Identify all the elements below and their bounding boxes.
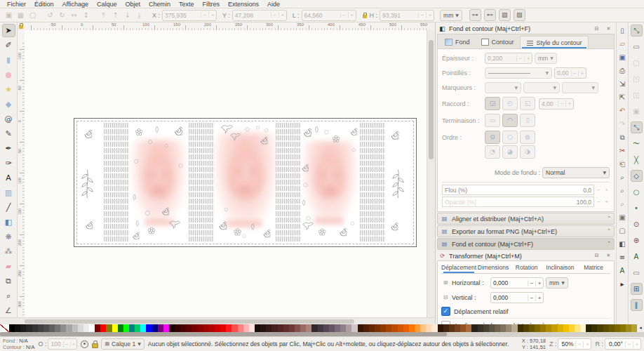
tool-star[interactable]: ★	[2, 83, 15, 96]
zoom-input[interactable]: 50%−+	[558, 338, 591, 350]
layer-dropdown[interactable]: ▤Calque 1▼	[101, 338, 144, 350]
color-swatch[interactable]	[489, 324, 495, 332]
color-swatch[interactable]	[192, 324, 198, 332]
transform-tab[interactable]: Matrice	[577, 261, 610, 273]
color-swatch[interactable]	[591, 324, 597, 332]
color-swatch[interactable]	[220, 324, 226, 332]
color-swatch[interactable]	[443, 324, 449, 332]
tool-spray[interactable]: ⁂	[2, 245, 15, 258]
scrollbar-thumb[interactable]	[429, 40, 434, 159]
join-miter-icon[interactable]: ◲	[485, 97, 500, 110]
vertical-input[interactable]: 0,000−+	[490, 292, 544, 303]
snap-page-border-icon[interactable]: ▭	[631, 267, 643, 279]
color-swatch[interactable]	[135, 324, 140, 332]
snap-nodes-icon[interactable]: ⤡	[631, 121, 643, 133]
x-input[interactable]: 375,935−+	[162, 10, 217, 21]
dock-close-icon[interactable]: ✕	[604, 251, 613, 260]
color-swatch[interactable]	[226, 324, 232, 332]
color-swatch[interactable]	[203, 324, 209, 332]
paint-order-fsm-icon[interactable]: ⊙	[485, 131, 500, 144]
save-icon[interactable]: ▣	[617, 51, 628, 64]
paint-order-fms-icon[interactable]: ◍	[520, 131, 535, 144]
color-swatch[interactable]	[311, 324, 317, 332]
color-swatch[interactable]	[597, 324, 603, 332]
decrement-button[interactable]: −	[596, 187, 602, 193]
color-swatch[interactable]	[266, 324, 271, 332]
color-swatch[interactable]	[26, 324, 32, 332]
snap-text-baseline-icon[interactable]: A	[631, 251, 643, 263]
tool-ellipse[interactable]: ●	[2, 68, 15, 81]
tab-style-du-contour[interactable]: Style du contour	[520, 36, 589, 48]
color-swatch[interactable]	[38, 324, 43, 332]
color-swatch[interactable]	[500, 324, 506, 332]
rotate-ccw-icon[interactable]: ↺	[46, 11, 55, 20]
menu-item[interactable]: Chemin	[145, 1, 175, 8]
select-all-layers-icon[interactable]: ▦	[16, 11, 25, 20]
dock-header[interactable]: ▤ Aligner et distribuer (Maj+Ctrl+A) ⌃	[437, 213, 615, 225]
color-swatch[interactable]	[295, 324, 300, 332]
color-swatch[interactable]	[546, 324, 551, 332]
tool-select[interactable]: ➤	[2, 24, 15, 37]
color-swatch[interactable]	[529, 324, 535, 332]
tool-3dbox[interactable]: ◆	[2, 98, 15, 111]
align-dialog-icon[interactable]: ≡	[617, 251, 628, 264]
marker-start-dropdown[interactable]: ▼	[485, 82, 521, 93]
scale-gradient-toggle-icon[interactable]: ▧	[499, 9, 511, 21]
color-swatch[interactable]	[329, 324, 335, 332]
opacity-slider[interactable]: Opacité (%)100,0	[442, 197, 594, 207]
dock-header[interactable]: ▤ Exporter au format PNG (Maj+Ctrl+E) ⌃	[437, 225, 615, 237]
snap-grid-icon[interactable]: ⊞	[631, 283, 643, 295]
color-swatch[interactable]	[152, 324, 158, 332]
decrement-button[interactable]: −	[340, 12, 348, 18]
decrement-button[interactable]: −	[418, 12, 426, 18]
color-swatch[interactable]	[9, 324, 15, 332]
color-swatch[interactable]	[283, 324, 289, 332]
height-input[interactable]: 93,391−+	[380, 10, 434, 21]
color-swatch[interactable]	[215, 324, 220, 332]
snap-bbox-icon[interactable]: ▭	[631, 41, 643, 53]
decrement-button[interactable]: −	[271, 12, 279, 18]
menu-item[interactable]: Édition	[30, 1, 58, 8]
raise-to-top-icon[interactable]: ⤒	[99, 11, 108, 20]
tool-node[interactable]: ✐	[2, 39, 15, 52]
snap-object-center-icon[interactable]: ⊙	[631, 218, 643, 230]
relative-move-option[interactable]: Déplacement relatif	[441, 307, 610, 316]
tool-dropper[interactable]: ╱	[2, 201, 15, 214]
scrollbar-thumb[interactable]	[25, 319, 354, 324]
color-swatch[interactable]	[460, 324, 466, 332]
transform-unit-dropdown[interactable]: mm▼	[546, 277, 568, 289]
dash-pattern-dropdown[interactable]: ▼	[485, 67, 552, 79]
palette-scroll-arrow-icon[interactable]: ◂	[637, 324, 644, 332]
export-png-icon[interactable]: ⇱	[617, 91, 628, 104]
opacity-input[interactable]: 100−+	[48, 338, 77, 350]
color-swatch[interactable]	[123, 324, 129, 332]
color-swatch[interactable]	[415, 324, 420, 332]
color-swatch[interactable]	[66, 324, 72, 332]
color-swatch[interactable]	[575, 324, 580, 332]
increment-button[interactable]: +	[603, 187, 610, 193]
color-swatch[interactable]	[169, 324, 175, 332]
menu-item[interactable]: Affichage	[58, 1, 93, 8]
paint-order-smf-icon[interactable]: ◕	[502, 145, 518, 159]
tool-spiral[interactable]: @	[2, 112, 15, 126]
snap-path-icon[interactable]: 〜	[631, 138, 643, 150]
color-swatch[interactable]	[300, 324, 306, 332]
dock-minimize-icon[interactable]: ⊟	[592, 251, 601, 260]
layer-visibility-icon[interactable]	[81, 340, 88, 348]
color-swatch[interactable]	[358, 324, 363, 332]
marker-mid-dropdown[interactable]: ▼	[523, 82, 560, 93]
deselect-icon[interactable]: ▢	[28, 11, 37, 20]
paste-icon[interactable]: ⎗	[617, 157, 628, 171]
y-input[interactable]: 47,208−+	[232, 10, 287, 21]
color-swatch[interactable]	[551, 324, 557, 332]
dock-minimize-icon[interactable]: ⊟	[592, 25, 601, 34]
color-swatch[interactable]	[478, 324, 483, 332]
width-input[interactable]: 64,560−+	[302, 10, 356, 21]
snap-bbox-center-icon[interactable]: ▣	[631, 105, 643, 117]
tab-contour[interactable]: Contour	[476, 36, 520, 48]
menu-item[interactable]: Objet	[121, 1, 145, 8]
snap-bbox-midpoint-icon[interactable]: ◫	[631, 89, 643, 101]
color-swatch[interactable]	[391, 324, 397, 332]
color-swatch[interactable]	[323, 324, 329, 332]
join-round-icon[interactable]: ◴	[502, 97, 518, 110]
